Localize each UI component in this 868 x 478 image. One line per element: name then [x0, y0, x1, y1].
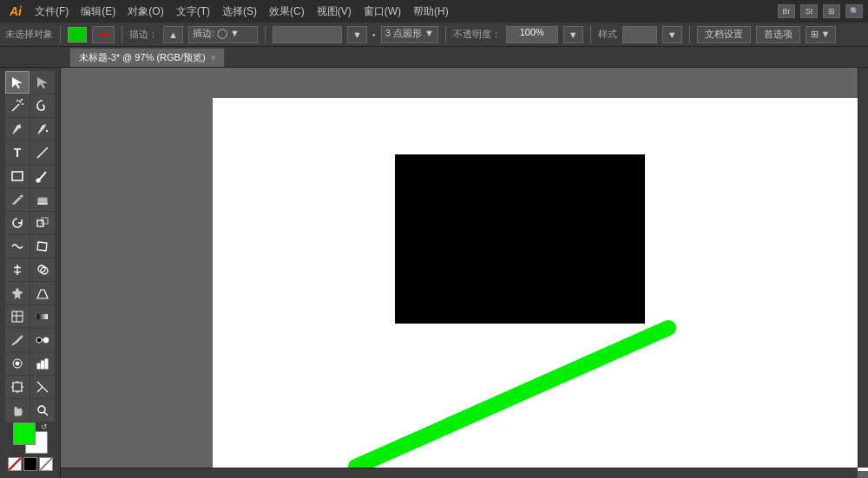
blend-tool[interactable]	[30, 329, 55, 351]
lasso-tool[interactable]	[30, 95, 55, 117]
svg-rect-38	[13, 383, 22, 391]
stroke-tool-btn[interactable]	[92, 26, 115, 43]
eyedropper-tool[interactable]	[5, 329, 30, 351]
mini-swatches	[8, 457, 53, 471]
main-area: T	[0, 68, 868, 478]
type-tool[interactable]: T	[5, 141, 30, 164]
svg-rect-35	[37, 363, 40, 369]
canvas-paper	[213, 98, 868, 471]
tool-row-1	[5, 71, 55, 94]
mesh-tool[interactable]	[5, 305, 30, 328]
svg-rect-25	[12, 311, 23, 322]
tool-row-13	[5, 352, 55, 375]
svg-rect-36	[42, 361, 44, 369]
stroke-dropdown-btn[interactable]: ▼	[347, 26, 367, 43]
menu-type[interactable]: 文字(T)	[171, 3, 215, 21]
title-menu: 文件(F) 编辑(E) 对象(O) 文字(T) 选择(S) 效果(C) 视图(V…	[30, 3, 454, 21]
svg-line-4	[19, 101, 21, 102]
svg-marker-0	[106, 32, 109, 37]
tool-row-11	[5, 305, 55, 328]
stroke-up-btn[interactable]: ▲	[163, 26, 183, 43]
arrange-btn[interactable]: ⊞ ▼	[806, 26, 836, 43]
grid-icon[interactable]: ⊞	[823, 4, 840, 18]
menu-window[interactable]: 窗口(W)	[358, 3, 406, 21]
magic-wand-tool[interactable]	[5, 95, 30, 117]
direct-select-tool[interactable]	[30, 71, 55, 94]
gradient-tool[interactable]	[30, 305, 55, 328]
svg-rect-37	[45, 359, 48, 369]
menu-file[interactable]: 文件(F)	[30, 3, 74, 21]
perspective-tool[interactable]	[30, 282, 55, 304]
horizontal-scrollbar[interactable]	[61, 468, 858, 478]
menu-view[interactable]: 视图(V)	[312, 3, 357, 21]
rotate-tool[interactable]	[5, 212, 30, 234]
opacity-input[interactable]: 100%	[506, 26, 558, 43]
width-tool[interactable]	[5, 259, 30, 281]
shape-build-tool[interactable]	[30, 259, 55, 281]
tool-row-14	[5, 376, 55, 398]
stroke-select[interactable]: 插边: ◯ ▼	[188, 26, 258, 43]
live-paint-tool[interactable]	[5, 282, 30, 304]
eraser-tool[interactable]	[30, 188, 55, 211]
tool-row-7	[5, 212, 55, 234]
add-anchor-tool[interactable]	[30, 118, 55, 141]
zoom-tool[interactable]	[30, 399, 55, 422]
stock-icon[interactable]: St	[800, 4, 818, 18]
fill-color-box[interactable]	[68, 27, 87, 43]
select-tool[interactable]	[5, 71, 30, 94]
pencil-tool[interactable]	[5, 188, 30, 211]
tab-bar: 未标题-3* @ 97% (RGB/预览) ×	[0, 47, 868, 68]
tool-row-12	[5, 329, 55, 351]
preferences-btn[interactable]: 首选项	[756, 26, 800, 43]
style-input[interactable]	[622, 26, 657, 43]
free-distort-tool[interactable]	[30, 235, 55, 258]
no-selection-label: 未选择对象	[5, 28, 53, 41]
artboard-rect	[395, 154, 645, 324]
svg-point-34	[16, 362, 19, 365]
doc-settings-btn[interactable]: 文档设置	[697, 26, 751, 43]
vertical-scrollbar[interactable]	[858, 68, 868, 468]
menu-effect[interactable]: 效果(C)	[264, 3, 310, 21]
foreground-color-swatch[interactable]	[13, 422, 36, 445]
swatch-stack: ↺	[13, 422, 48, 454]
symbol-spray-tool[interactable]	[5, 352, 30, 375]
paintbrush-tool[interactable]	[30, 165, 55, 187]
artboard-tool[interactable]	[5, 376, 30, 398]
pen-tool[interactable]	[5, 118, 30, 141]
svg-point-30	[36, 337, 42, 343]
divider-4	[445, 26, 446, 43]
hand-tool[interactable]	[5, 399, 30, 422]
rect-tool[interactable]	[5, 165, 30, 187]
tab-close-btn[interactable]: ×	[211, 53, 216, 62]
style-dropdown-btn[interactable]: ▼	[662, 26, 682, 43]
opacity-dropdown-btn[interactable]: ▼	[563, 26, 583, 43]
svg-marker-1	[12, 77, 23, 88]
search-title-icon[interactable]: 🔍	[845, 4, 863, 18]
white-swatch[interactable]	[39, 457, 53, 471]
black-swatch[interactable]	[23, 457, 37, 471]
slice-tool[interactable]	[30, 376, 55, 398]
svg-point-8	[19, 127, 21, 128]
svg-rect-15	[38, 198, 47, 204]
menu-help[interactable]: 帮助(H)	[408, 3, 454, 21]
menu-edit[interactable]: 编辑(E)	[76, 3, 121, 21]
document-tab[interactable]: 未标题-3* @ 97% (RGB/预览) ×	[69, 48, 225, 67]
opacity-label: 不透明度：	[453, 28, 501, 41]
menu-object[interactable]: 对象(O)	[122, 3, 168, 21]
point-shape-select[interactable]: 3 点圆形 ▼	[381, 26, 438, 43]
menu-select[interactable]: 选择(S)	[217, 3, 262, 21]
svg-line-44	[44, 412, 48, 416]
svg-marker-23	[12, 288, 23, 298]
line-tool[interactable]	[30, 141, 55, 164]
svg-marker-19	[37, 242, 47, 251]
stroke-color-input[interactable]	[273, 26, 342, 43]
style-label: 样式	[598, 28, 617, 41]
scale-tool[interactable]	[30, 212, 55, 234]
none-swatch[interactable]	[8, 457, 22, 471]
svg-marker-2	[37, 77, 48, 88]
svg-rect-28	[37, 314, 48, 319]
warp-tool[interactable]	[5, 235, 30, 258]
bridge-icon[interactable]: Br	[778, 4, 795, 18]
column-chart-tool[interactable]	[30, 352, 55, 375]
swap-colors-icon[interactable]: ↺	[41, 422, 48, 431]
